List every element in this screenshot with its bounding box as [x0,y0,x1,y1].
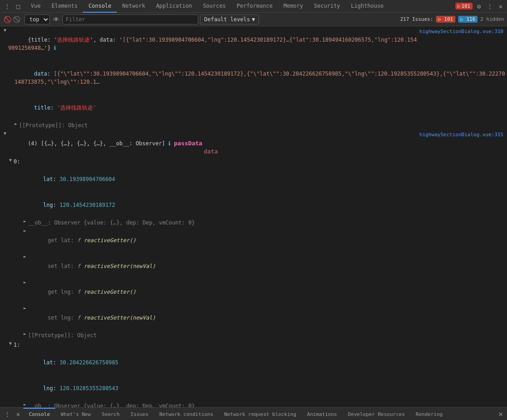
console-line[interactable]: ► get lat: f reactiveGetter() [0,228,507,253]
log-text: __ob__: Observer {value: {…}, dep: Dep, … [28,219,507,227]
log-text: [[Prototype]]: Object [19,121,507,129]
expand-arrow[interactable]: ► [24,305,26,310]
dock-icon[interactable]: □ [14,2,23,11]
eye-icon[interactable]: 👁 [52,15,61,24]
settings-icon[interactable]: ⚙ [474,2,483,11]
console-line: lat: 30.19398904706604 [0,167,507,192]
issues-count-label: 217 Issues: [400,16,433,22]
line-source[interactable]: highwaySectionDialog.vue:310 [420,29,507,34]
log-text: [[Prototype]]: Object [28,331,507,339]
console-line[interactable]: ▼ 0: [0,157,507,167]
console-line: data: [{"\"lat\"":30.19398904706604,"\"l… [0,61,507,95]
filter-bar: 🚫 ⃠ top 👁 Default levels ▼ 217 Issues: ▷… [0,13,507,26]
console-line[interactable]: ▼ {title: '选择线路轨迹', data: '[{"lat":30.19… [0,27,507,61]
line-source[interactable]: highwaySectionDialog.vue:315 [420,132,507,138]
block-icon[interactable]: ⃠ [14,15,23,24]
bottom-tab-network-conditions[interactable]: Network conditions [154,408,219,420]
tab-performance[interactable]: Performance [231,0,278,13]
hidden-count: 2 hidden [480,16,504,22]
pass-data-label: passData [174,140,202,147]
console-line[interactable]: ► __ob__: Observer {value: {…}, dep: Dep… [0,401,507,408]
log-text: {title: '选择线路轨迹', data: '[{"lat":30.1939… [8,28,420,60]
chevron-down-icon: ▼ [252,16,255,23]
console-line: lat: 30.204226626758985 [0,350,507,376]
bottom-tab-search[interactable]: Search [96,408,125,420]
tab-network[interactable]: Network [117,0,151,13]
tab-elements[interactable]: Elements [46,0,83,13]
log-text: set lng: f reactiveSetter(newVal) [28,305,507,330]
console-line[interactable]: ▼ (4) [{…}, {…}, {…}, {…}, __ob__: Obser… [0,130,507,157]
bottom-tab-whats-new[interactable]: What's New [55,408,96,420]
bottom-tab-network-request-blocking[interactable]: Network request blocking [219,408,301,420]
bottom-tab-rendering[interactable]: Rendering [410,408,448,420]
log-text: set lat: f reactiveSetter(newVal) [28,254,507,278]
console-line: lng: 120.19285355280543 [0,376,507,401]
console-line[interactable]: ► set lng: f reactiveSetter(newVal) [0,305,507,331]
console-output: ▼ {title: '选择线路轨迹', data: '[{"lat":30.19… [0,26,507,407]
console-line[interactable]: ► __ob__: Observer {value: {…}, dep: Dep… [0,218,507,228]
console-line[interactable]: ► get lng: f reactiveGetter() [0,279,507,305]
expand-arrow[interactable]: ▼ [4,131,6,136]
expand-arrow[interactable]: ► [14,121,17,126]
tab-memory[interactable]: Memory [278,0,308,13]
issues-red-badge[interactable]: ▷ 101 [436,16,455,23]
tab-sources[interactable]: Sources [197,0,231,13]
log-text: get lng: f reactiveGetter() [28,280,507,304]
console-line[interactable]: ▼ 1: [0,340,507,350]
log-text: __ob__: Observer {value: {…}, dep: Dep, … [28,402,507,408]
console-line[interactable]: ► [[Prototype]]: Object [0,331,507,340]
bottom-tab-console[interactable]: Console [24,408,55,420]
bottom-tab-developer-resources[interactable]: Developer Resources [343,408,411,420]
expand-arrow[interactable]: ► [24,219,26,224]
expand-arrow[interactable]: ► [24,228,26,233]
default-levels-button[interactable]: Default levels ▼ [200,14,259,24]
console-line[interactable]: ► [[Prototype]]: Object [0,121,507,130]
tab-bar-right: ▷ 101 ⚙ ⋮ ✕ [455,2,507,11]
log-text: 0: [14,158,507,166]
devtools-settings-icon[interactable]: ⋮ [3,2,12,11]
log-text: data: [{"\"lat\"":30.19398904706604,"\"l… [14,62,507,94]
expand-arrow[interactable]: ► [24,402,26,407]
bottom-tab-list: Console What's New Search Issues Network… [24,408,496,420]
vue-badge: ▷ 101 [455,3,473,10]
console-line: title: '选择线路轨迹' [0,95,507,121]
bottom-tab-animations[interactable]: Animations [301,408,342,420]
log-text: lng: 120.1454230189172 [24,193,507,217]
expand-arrow[interactable]: ▼ [9,158,12,162]
log-text: lat: 30.19398904706604 [24,167,507,191]
context-select[interactable]: top [24,14,50,24]
expand-arrow[interactable]: ► [24,254,26,259]
filter-input[interactable] [62,14,198,24]
tab-bar: ⋮ □ Vue Elements Console Network Applica… [0,0,507,13]
close-bottom-icon[interactable]: ✕ [13,409,24,420]
close-devtools-icon[interactable]: ✕ [496,2,505,11]
console-line[interactable]: ► set lat: f reactiveSetter(newVal) [0,253,507,279]
expand-arrow[interactable]: ► [24,280,26,285]
data-label: data [204,148,218,155]
expand-arrow[interactable]: ▼ [9,341,12,346]
clear-console-icon[interactable]: 🚫 [3,15,12,24]
issues-area: 217 Issues: ▷ 101 ▷ 116 2 hidden [400,16,504,23]
bottom-toolbar: ⋮ ✕ Console What's New Search Issues Net… [0,407,507,420]
tab-lighthouse[interactable]: Lighthouse [345,0,389,13]
tab-bar-icons: ⋮ □ [0,2,25,11]
log-text: get lat: f reactiveGetter() [28,228,507,253]
log-text: 1: [14,341,507,349]
expand-arrow[interactable]: ▼ [4,28,6,33]
tab-console[interactable]: Console [83,0,117,13]
console-line: lng: 120.1454230189172 [0,192,507,218]
log-text: lat: 30.204226626758985 [24,350,507,375]
default-levels-label: Default levels [204,16,250,23]
issues-blue-badge[interactable]: ▷ 116 [458,16,478,23]
tab-security[interactable]: Security [309,0,346,13]
more-tools-icon[interactable]: ⋮ [2,409,13,420]
tab-application[interactable]: Application [151,0,197,13]
log-text: title: '选择线路轨迹' [14,95,507,120]
more-icon[interactable]: ⋮ [485,2,494,11]
close-drawer-button[interactable]: ✕ [496,410,505,419]
bottom-tab-issues[interactable]: Issues [125,408,154,420]
expand-arrow[interactable]: ► [24,331,26,336]
tab-vue[interactable]: Vue [25,0,46,13]
log-text: lng: 120.19285355280543 [24,376,507,401]
